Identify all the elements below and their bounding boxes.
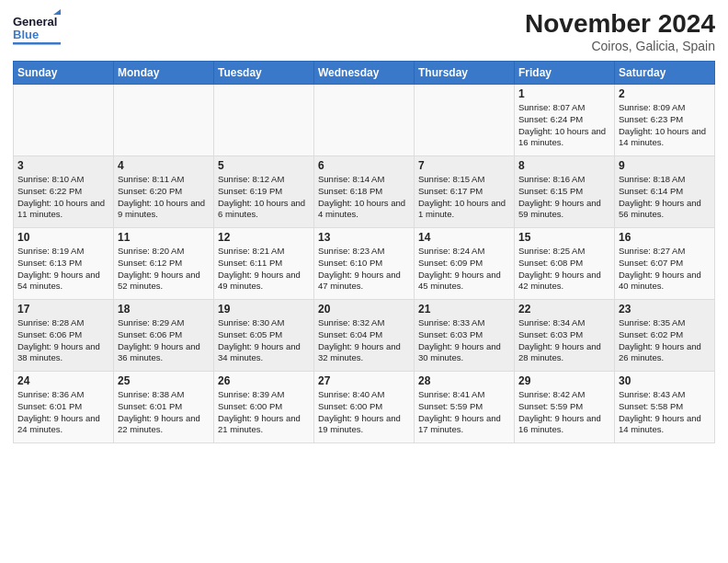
- table-row: 17Sunrise: 8:28 AMSunset: 6:06 PMDayligh…: [14, 300, 114, 372]
- table-row: 26Sunrise: 8:39 AMSunset: 6:00 PMDayligh…: [214, 372, 314, 443]
- table-row: 21Sunrise: 8:33 AMSunset: 6:03 PMDayligh…: [415, 300, 515, 372]
- cell-content: Daylight: 10 hours and 14 minutes.: [619, 126, 711, 150]
- cell-content: Sunrise: 8:28 AM: [17, 317, 109, 329]
- cell-content: Sunrise: 8:41 AM: [418, 389, 510, 401]
- cell-content: Sunrise: 8:30 AM: [218, 317, 310, 329]
- day-number: 4: [118, 159, 210, 172]
- cell-content: Sunset: 6:03 PM: [518, 329, 610, 341]
- cell-content: Sunrise: 8:29 AM: [118, 317, 210, 329]
- cell-content: Sunset: 6:02 PM: [619, 329, 711, 341]
- cell-content: Sunrise: 8:27 AM: [619, 246, 711, 258]
- day-number: 12: [218, 231, 310, 244]
- cell-content: Daylight: 9 hours and 17 minutes.: [418, 413, 510, 437]
- table-row: 11Sunrise: 8:20 AMSunset: 6:12 PMDayligh…: [114, 228, 214, 300]
- table-row: 8Sunrise: 8:16 AMSunset: 6:15 PMDaylight…: [515, 156, 615, 228]
- cell-content: Sunrise: 8:15 AM: [418, 174, 510, 186]
- cell-content: Sunset: 6:11 PM: [218, 258, 310, 270]
- table-row: 23Sunrise: 8:35 AMSunset: 6:02 PMDayligh…: [615, 300, 715, 372]
- table-row: 3Sunrise: 8:10 AMSunset: 6:22 PMDaylight…: [14, 156, 114, 228]
- day-number: 24: [17, 374, 109, 387]
- calendar-week-row: 17Sunrise: 8:28 AMSunset: 6:06 PMDayligh…: [14, 300, 715, 372]
- table-row: 20Sunrise: 8:32 AMSunset: 6:04 PMDayligh…: [314, 300, 415, 372]
- table-row: 9Sunrise: 8:18 AMSunset: 6:14 PMDaylight…: [615, 156, 715, 228]
- day-number: 22: [518, 303, 610, 316]
- day-number: 26: [218, 374, 310, 387]
- cell-content: Sunrise: 8:23 AM: [318, 246, 410, 258]
- page-title: November 2024: [525, 9, 715, 39]
- calendar-header-row: Sunday Monday Tuesday Wednesday Thursday…: [14, 62, 715, 85]
- day-number: 10: [17, 231, 109, 244]
- cell-content: Sunset: 6:06 PM: [118, 329, 210, 341]
- cell-content: Daylight: 9 hours and 24 minutes.: [17, 413, 109, 437]
- cell-content: Daylight: 9 hours and 52 minutes.: [118, 270, 210, 293]
- table-row: [415, 85, 515, 156]
- cell-content: Daylight: 10 hours and 9 minutes.: [118, 198, 210, 222]
- cell-content: Sunrise: 8:19 AM: [17, 246, 109, 258]
- table-row: 16Sunrise: 8:27 AMSunset: 6:07 PMDayligh…: [615, 228, 715, 300]
- cell-content: Daylight: 9 hours and 38 minutes.: [17, 341, 109, 365]
- table-row: 19Sunrise: 8:30 AMSunset: 6:05 PMDayligh…: [214, 300, 314, 372]
- table-row: 24Sunrise: 8:36 AMSunset: 6:01 PMDayligh…: [14, 372, 114, 443]
- calendar-week-row: 24Sunrise: 8:36 AMSunset: 6:01 PMDayligh…: [14, 372, 715, 443]
- day-number: 1: [518, 87, 610, 100]
- header: General Blue November 2024 Coiros, Galic…: [13, 9, 715, 53]
- cell-content: Sunrise: 8:14 AM: [318, 174, 410, 186]
- table-row: [214, 85, 314, 156]
- cell-content: Sunset: 6:13 PM: [17, 258, 109, 270]
- cell-content: Sunrise: 8:43 AM: [619, 389, 711, 401]
- day-number: 15: [518, 231, 610, 244]
- cell-content: Sunset: 6:18 PM: [318, 186, 410, 198]
- cell-content: Sunset: 6:00 PM: [218, 401, 310, 413]
- cell-content: Sunrise: 8:16 AM: [518, 174, 610, 186]
- table-row: 18Sunrise: 8:29 AMSunset: 6:06 PMDayligh…: [114, 300, 214, 372]
- cell-content: Sunset: 6:05 PM: [218, 329, 310, 341]
- table-row: 7Sunrise: 8:15 AMSunset: 6:17 PMDaylight…: [415, 156, 515, 228]
- table-row: 27Sunrise: 8:40 AMSunset: 6:00 PMDayligh…: [314, 372, 415, 443]
- cell-content: Sunset: 5:58 PM: [619, 401, 711, 413]
- cell-content: Sunset: 6:07 PM: [619, 258, 711, 270]
- cell-content: Sunrise: 8:09 AM: [619, 102, 711, 114]
- cell-content: Sunset: 6:12 PM: [118, 258, 210, 270]
- cell-content: Sunrise: 8:20 AM: [118, 246, 210, 258]
- cell-content: Daylight: 9 hours and 34 minutes.: [218, 341, 310, 365]
- col-tuesday: Tuesday: [214, 62, 314, 85]
- day-number: 8: [518, 159, 610, 172]
- table-row: 13Sunrise: 8:23 AMSunset: 6:10 PMDayligh…: [314, 228, 415, 300]
- day-number: 20: [318, 303, 410, 316]
- cell-content: Daylight: 9 hours and 21 minutes.: [218, 413, 310, 437]
- cell-content: Sunset: 6:20 PM: [118, 186, 210, 198]
- col-saturday: Saturday: [615, 62, 715, 85]
- day-number: 28: [418, 374, 510, 387]
- cell-content: Sunrise: 8:21 AM: [218, 246, 310, 258]
- cell-content: Sunset: 6:24 PM: [518, 114, 610, 126]
- cell-content: Daylight: 9 hours and 26 minutes.: [619, 341, 711, 365]
- day-number: 14: [418, 231, 510, 244]
- cell-content: Daylight: 10 hours and 1 minute.: [418, 198, 510, 222]
- cell-content: Daylight: 9 hours and 42 minutes.: [518, 270, 610, 293]
- cell-content: Daylight: 9 hours and 28 minutes.: [518, 341, 610, 365]
- day-number: 19: [218, 303, 310, 316]
- table-row: 15Sunrise: 8:25 AMSunset: 6:08 PMDayligh…: [515, 228, 615, 300]
- cell-content: Sunrise: 8:32 AM: [318, 317, 410, 329]
- day-number: 16: [619, 231, 711, 244]
- cell-content: Sunrise: 8:18 AM: [619, 174, 711, 186]
- title-block: November 2024 Coiros, Galicia, Spain: [525, 9, 715, 53]
- table-row: 6Sunrise: 8:14 AMSunset: 6:18 PMDaylight…: [314, 156, 415, 228]
- cell-content: Sunset: 5:59 PM: [418, 401, 510, 413]
- table-row: 22Sunrise: 8:34 AMSunset: 6:03 PMDayligh…: [515, 300, 615, 372]
- calendar-week-row: 10Sunrise: 8:19 AMSunset: 6:13 PMDayligh…: [14, 228, 715, 300]
- cell-content: Sunrise: 8:42 AM: [518, 389, 610, 401]
- cell-content: Sunset: 6:22 PM: [17, 186, 109, 198]
- cell-content: Sunset: 6:23 PM: [619, 114, 711, 126]
- cell-content: Daylight: 9 hours and 16 minutes.: [518, 413, 610, 437]
- cell-content: Daylight: 9 hours and 40 minutes.: [619, 270, 711, 293]
- svg-rect-3: [13, 42, 61, 45]
- cell-content: Sunset: 6:10 PM: [318, 258, 410, 270]
- logo: General Blue: [13, 9, 61, 50]
- cell-content: Daylight: 10 hours and 16 minutes.: [518, 126, 610, 150]
- cell-content: Sunrise: 8:39 AM: [218, 389, 310, 401]
- cell-content: Daylight: 9 hours and 56 minutes.: [619, 198, 711, 222]
- day-number: 29: [518, 374, 610, 387]
- cell-content: Daylight: 9 hours and 45 minutes.: [418, 270, 510, 293]
- day-number: 2: [619, 87, 711, 100]
